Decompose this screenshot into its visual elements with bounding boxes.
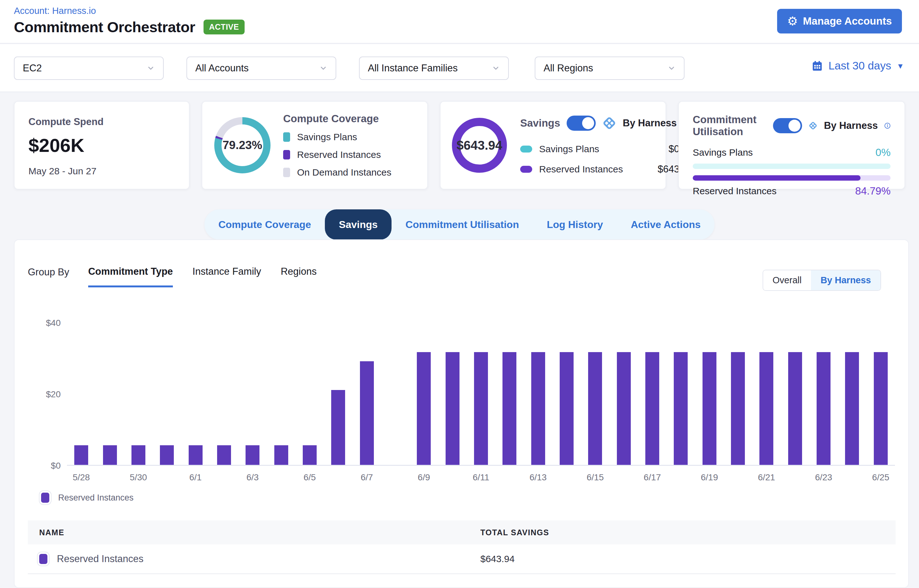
utilisation-savings-plans-row: Savings Plans 0% [693, 147, 891, 158]
tab-compute-coverage[interactable]: Compute Coverage [204, 209, 325, 240]
reserved-instances-swatch [41, 493, 49, 503]
chart-bar [845, 352, 859, 465]
savings-by-harness-toggle[interactable] [567, 116, 596, 131]
tab-savings[interactable]: Savings [325, 209, 392, 240]
group-tab-commitment-type[interactable]: Commitment Type [88, 266, 173, 288]
group-by-tabs: Commitment TypeInstance FamilyRegions [88, 266, 317, 288]
tab-commitment-utilisation[interactable]: Commitment Utilisation [392, 209, 533, 240]
view-by-harness[interactable]: By Harness [811, 270, 880, 290]
chart-bar [588, 352, 602, 465]
tab-active-actions[interactable]: Active Actions [617, 209, 715, 240]
legend-label: Savings Plans [297, 132, 357, 142]
table-row[interactable]: Reserved Instances$643.94 [28, 544, 896, 574]
utilisation-row-value: 84.79% [855, 185, 891, 197]
chart-bar [674, 352, 688, 465]
group-tab-regions[interactable]: Regions [280, 266, 317, 288]
reserved-instances-swatch [283, 150, 290, 160]
compute-spend-value: $206K [28, 134, 175, 156]
compute-spend-card: Compute Spend $206K May 28 - Jun 27 [14, 101, 190, 189]
savings-card: $643.94 Savings By Harness [440, 101, 666, 189]
x-tick-label: 6/21 [758, 472, 775, 483]
savings-row-label: Savings Plans [539, 144, 599, 154]
x-tick-label: 6/23 [815, 472, 832, 483]
chart-bar [360, 361, 374, 465]
compute-coverage-title: Compute Coverage [283, 113, 392, 125]
row-name: Reserved Instances [57, 553, 143, 565]
x-tick-label: 6/17 [644, 472, 661, 483]
gear-icon: ⚙ [787, 15, 798, 27]
utilisation-reserved-instances-row: Reserved Instances 84.79% [693, 185, 891, 197]
utilisation-by-harness-label: By Harness [824, 120, 878, 131]
x-tick-label: 6/7 [361, 472, 373, 483]
savings-row-reserved-instances: Reserved Instances $643.94 [520, 163, 693, 175]
chart-legend[interactable]: Reserved Instances [41, 493, 134, 503]
savings-row-savings-plans: Savings Plans $0.00 [520, 143, 693, 155]
chart-bar [617, 352, 631, 465]
chart-bar [531, 352, 545, 465]
plot-area [67, 323, 895, 466]
info-icon[interactable] [884, 121, 891, 131]
x-tick-label: 6/11 [473, 472, 489, 483]
page-header: Account: Harness.io Commitment Orchestra… [0, 0, 919, 44]
harness-logo-icon [809, 118, 818, 133]
chart-bar [217, 445, 231, 465]
regions-select-value: All Regions [543, 63, 593, 74]
chart-bar [331, 390, 345, 465]
regions-select[interactable]: All Regions [535, 57, 684, 80]
compute-coverage-card: 79.23% Compute Coverage Savings Plans Re… [202, 101, 428, 189]
reserved-instances-progress-bar [693, 175, 891, 181]
group-tab-instance-family[interactable]: Instance Family [193, 266, 261, 288]
instance-families-select[interactable]: All Instance Families [359, 57, 509, 80]
reserved-instances-swatch [39, 554, 47, 564]
chart-bar [131, 445, 145, 465]
overall-byharness-segmented-control: OverallBy Harness [763, 270, 881, 291]
chart-legend-label: Reserved Instances [58, 493, 134, 503]
chart-bar [874, 352, 888, 465]
legend-item-reserved-instances: Reserved Instances [283, 149, 392, 160]
group-by-label: Group By [28, 266, 69, 278]
compute-spend-title: Compute Spend [28, 116, 175, 128]
savings-total: $643.94 [457, 138, 502, 152]
view-overall[interactable]: Overall [763, 270, 811, 290]
accounts-select[interactable]: All Accounts [186, 57, 336, 80]
savings-plans-swatch [520, 145, 532, 152]
chart-bar [474, 352, 488, 465]
chart-bar [702, 352, 716, 465]
tab-log-history[interactable]: Log History [533, 209, 617, 240]
column-header-name: NAME [28, 528, 480, 537]
compute-coverage-donut: 79.23% [214, 117, 271, 173]
utilisation-by-harness-toggle[interactable] [773, 118, 802, 133]
chart-bar [759, 352, 773, 465]
chart-bar [560, 352, 574, 465]
commitment-utilisation-title: Commitment Utilisation [693, 114, 767, 138]
status-badge: ACTIVE [204, 19, 245, 34]
accounts-select-value: All Accounts [195, 63, 249, 74]
x-tick-label: 6/9 [418, 472, 430, 483]
savings-by-harness-label: By Harness [623, 118, 677, 129]
table-header: NAME TOTAL SAVINGS [28, 520, 896, 544]
savings-title: Savings [520, 117, 560, 129]
chevron-down-icon [668, 64, 676, 72]
row-total-savings: $643.94 [480, 554, 514, 564]
manage-accounts-label: Manage Accounts [803, 15, 892, 27]
account-link[interactable]: Account: Harness.io [14, 6, 96, 16]
service-select[interactable]: EC2 [14, 57, 164, 80]
utilisation-row-label: Reserved Instances [693, 186, 776, 196]
x-tick-label: 6/19 [701, 472, 718, 483]
manage-accounts-button[interactable]: ⚙ Manage Accounts [777, 9, 902, 34]
filter-bar: EC2 All Accounts All Instance Families A… [0, 44, 919, 92]
chart-bar [246, 445, 259, 465]
service-select-value: EC2 [23, 63, 42, 74]
x-tick-label: 6/3 [246, 472, 259, 483]
y-tick-label: $0 [21, 461, 61, 471]
compute-coverage-percent: 79.23% [222, 139, 262, 152]
savings-plans-progress-bar [693, 163, 891, 169]
chart-bar [103, 445, 117, 465]
chevron-down-icon [147, 64, 155, 72]
date-range-picker[interactable]: Last 30 days ▾ [811, 59, 903, 72]
chart-bar [303, 445, 317, 465]
date-range-value: Last 30 days [828, 59, 891, 72]
harness-logo-icon [602, 116, 617, 131]
legend-label: On Demand Instances [297, 167, 392, 178]
savings-donut: $643.94 [452, 118, 507, 173]
